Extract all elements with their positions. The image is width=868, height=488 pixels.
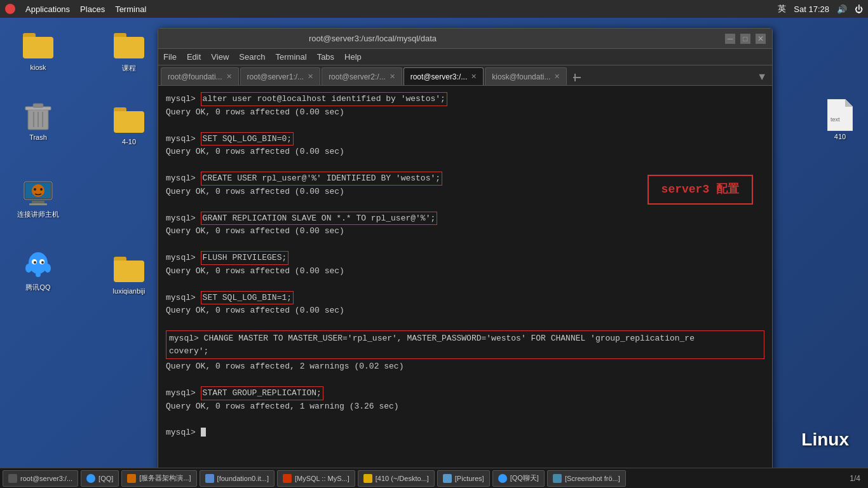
trash-label: Trash (29, 133, 47, 141)
tab-kiosk-close[interactable]: ✕ (554, 72, 560, 81)
power-icon[interactable]: ⏻ (855, 4, 863, 14)
tab-server2[interactable]: root@server2:/... ✕ (322, 67, 402, 85)
menu-file[interactable]: File (163, 52, 177, 62)
410folder-icon (114, 105, 144, 135)
tab-server2-close[interactable]: ✕ (390, 72, 395, 81)
taskbar-fuwuqi-icon (127, 474, 136, 483)
menu-help[interactable]: Help (344, 52, 362, 62)
file410-icon: text (825, 100, 855, 130)
tab-server3-label: root@server3:/... (410, 72, 468, 81)
tab-kiosk-label: kiosk@foundati... (492, 72, 550, 81)
desktop-icon-file410[interactable]: text 410 (815, 100, 865, 140)
desktop-icon-trash[interactable]: Trash (13, 100, 64, 141)
taskbar-item-qq[interactable]: [QQ] (81, 470, 119, 487)
tab-server3-close[interactable]: ✕ (471, 72, 477, 81)
tab-add-button[interactable] (569, 70, 585, 85)
response-7: Query OK, 0 rows affected, 2 warnings (0… (166, 360, 764, 373)
taskbar-pictures-label: [Pictures] (455, 475, 484, 482)
taskbar-screenshot-label: [Screenshot frö...] (565, 475, 620, 482)
cmd-grant: GRANT REPLICATION SLAVE ON *.* TO rpl_us… (201, 212, 438, 226)
taskbar-qq-label: [QQ] (98, 475, 113, 482)
cmd-create-user: CREATE USER rpl_user@'%' IDENTIFIED BY '… (201, 172, 442, 186)
taskbar-410-icon (363, 474, 372, 483)
410folder-label: 4-10 (122, 138, 136, 146)
taskbar-410-label: [410 (~/Deskto...] (376, 475, 429, 482)
taskbar-item-fuwuqi[interactable]: [服务器架构演...] (121, 470, 196, 487)
taskbar-qq-icon (86, 474, 95, 483)
jiangjiezhuji-icon (23, 177, 53, 207)
taskbar-page: 1/4 (850, 474, 865, 483)
taskbar-fuwuqi-label: [服务器架构演...] (139, 473, 191, 483)
cursor-block (201, 428, 206, 437)
terminal-maximize-btn[interactable]: □ (740, 34, 750, 44)
tab-server1-close[interactable]: ✕ (308, 72, 313, 81)
taskbar-item-foundation[interactable]: [foundation0.it...] (200, 470, 275, 487)
kejiang-label: 课程 (122, 64, 136, 73)
desktop-icon-kejiang[interactable]: 课程 (104, 30, 154, 73)
taskbar-item-pictures[interactable]: [Pictures] (437, 470, 490, 487)
taskbar-item-terminal[interactable]: root@server3:/... (3, 470, 78, 487)
taskbar-foundation-label: [foundation0.it...] (217, 475, 269, 482)
tab-server3[interactable]: root@server3:/... ✕ (403, 67, 484, 85)
places-menu[interactable]: Places (80, 4, 105, 14)
terminal-close-btn[interactable]: ✕ (756, 34, 766, 44)
taskbar-item-mysql[interactable]: [MySQL :: MyS...] (277, 470, 355, 487)
tab-kiosk[interactable]: kiosk@foundati... ✕ (485, 67, 567, 85)
taskbar-item-screenshot[interactable]: [Screenshot frö...] (547, 470, 626, 487)
tab-server1[interactable]: root@server1:/... ✕ (240, 67, 321, 85)
desktop-icon-luxiqianbiji[interactable]: luxiqianbiji (104, 254, 154, 295)
svg-rect-25 (573, 77, 581, 78)
cmd-change-master-cont: covery'; (169, 346, 208, 356)
svg-rect-9 (29, 203, 47, 205)
svg-rect-8 (32, 201, 44, 203)
tab-foundation-label: root@foundati... (168, 72, 222, 81)
cmd-change-master: CHANGE MASTER TO MASTER_USER='rpl_user',… (204, 334, 695, 343)
svg-point-11 (34, 188, 36, 191)
prompt-5: mysql> (166, 253, 201, 262)
terminal-menu[interactable]: Terminal (115, 4, 146, 14)
taskbar-qqchat-label: [QQ聊天] (510, 473, 539, 483)
prompt-1: mysql> (166, 94, 201, 104)
menu-search[interactable]: Search (239, 52, 265, 62)
prompt-3: mysql> (166, 173, 201, 183)
response-5: Query OK, 0 rows affected (0.00 sec) (166, 265, 764, 278)
cmd-line-final: mysql> (166, 426, 764, 439)
kiosk-label: kiosk (30, 64, 46, 71)
prompt-7: mysql> (169, 334, 204, 343)
taskbar-foundation-icon (205, 474, 214, 483)
svg-rect-2 (33, 104, 43, 107)
desktop-icon-kiosk[interactable]: kiosk (13, 30, 64, 71)
jiangjiezhuji-label: 连接讲师主机 (17, 210, 59, 219)
taskbar-pictures-icon (443, 474, 452, 483)
taskbar-item-qqchat[interactable]: [QQ聊天] (492, 470, 545, 487)
cmd-flush: FLUSH PRIVILEGES; (201, 251, 289, 265)
desktop-icon-jiangjiezhuji[interactable]: 连接讲师主机 (13, 177, 64, 219)
trash-icon (23, 100, 53, 131)
cmd-change-master-block: mysql> CHANGE MASTER TO MASTER_USER='rpl… (166, 330, 764, 359)
taskbar-terminal-label: root@server3:/... (20, 475, 72, 482)
taskbar-item-410[interactable]: [410 (~/Deskto...] (358, 470, 435, 487)
cmd-line-1: mysql> alter user root@localhost identif… (166, 92, 764, 106)
menu-edit[interactable]: Edit (187, 52, 201, 62)
kiosk-folder-icon (23, 30, 53, 61)
svg-point-15 (25, 264, 32, 273)
tab-foundation-close[interactable]: ✕ (226, 72, 232, 81)
menu-terminal[interactable]: Terminal (276, 52, 307, 62)
terminal-minimize-btn[interactable]: ─ (725, 34, 735, 44)
svg-text:text: text (831, 116, 840, 123)
datetime-display: Sat 17:28 (794, 4, 829, 14)
desktop-icon-qq[interactable]: 腾讯QQ (13, 250, 64, 292)
taskbar-qqchat-icon (498, 474, 507, 483)
menu-tabs[interactable]: Tabs (317, 52, 334, 62)
terminal-content[interactable]: mysql> alter user root@localhost identif… (158, 86, 772, 472)
svg-point-14 (36, 272, 41, 277)
desktop-icon-410folder[interactable]: 4-10 (104, 105, 154, 146)
cmd-line-2: mysql> SET SQL_LOG_BIN=0; (166, 132, 764, 146)
applications-menu[interactable]: Applications (25, 4, 70, 14)
volume-icon[interactable]: 🔊 (837, 4, 847, 14)
tab-overflow-arrow[interactable]: ▼ (754, 69, 770, 85)
tab-foundation[interactable]: root@foundati... ✕ (161, 67, 239, 85)
response-2: Query OK, 0 rows affected (0.00 sec) (166, 146, 764, 158)
menu-view[interactable]: View (211, 52, 229, 62)
kejiang-folder-icon (114, 30, 144, 61)
